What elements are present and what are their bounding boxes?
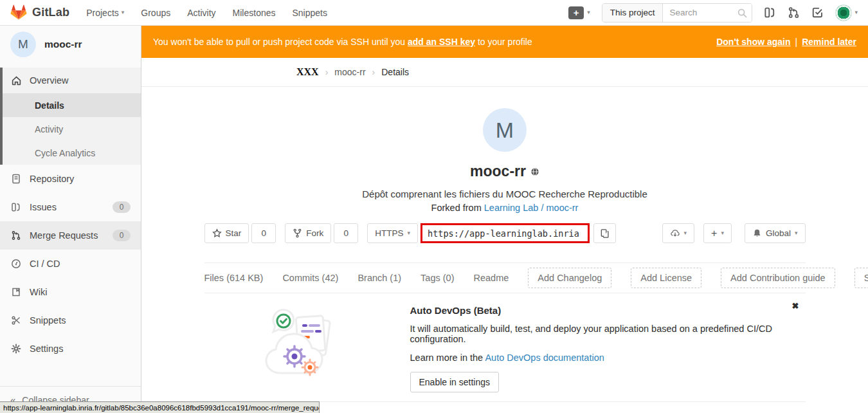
gear-icon <box>10 344 22 354</box>
user-menu[interactable]: ▾ <box>835 5 858 21</box>
sidebar-item-merge-requests[interactable]: Merge Requests 0 <box>0 221 141 250</box>
public-globe-icon <box>530 167 539 176</box>
forked-from-link[interactable]: Learning Lab / mooc-rr <box>484 203 579 213</box>
clone-protocol-dropdown[interactable]: HTTPS ▾ <box>367 223 418 243</box>
auto-devops-doc-link[interactable]: Auto DevOps documentation <box>485 353 604 363</box>
sidebar-project-header[interactable]: M mooc-rr <box>0 26 141 62</box>
gitlab-project-page: GitLab Projects▾ Groups Activity Milesto… <box>0 0 868 413</box>
copy-url-button[interactable] <box>593 223 616 243</box>
sidebar-item-activity[interactable]: Activity <box>0 117 141 141</box>
sidebar-item-label: Snippets <box>30 315 66 326</box>
breadcrumb-page[interactable]: Details <box>381 67 409 77</box>
book-icon <box>10 287 22 297</box>
sidebar-item-settings[interactable]: Settings <box>0 335 141 363</box>
nav-groups[interactable]: Groups <box>141 8 170 18</box>
chevron-down-icon: ▾ <box>854 10 858 15</box>
forked-from-line: Forked from Learning Lab / mooc-rr <box>204 203 806 213</box>
clone-url-input[interactable] <box>420 223 590 243</box>
sidebar-item-overview[interactable]: Overview <box>0 68 141 93</box>
scissors-icon <box>10 315 22 326</box>
navbar-right: + ▾ This project <box>568 3 858 23</box>
sidebar-item-label: Settings <box>30 344 63 354</box>
nav-milestones[interactable]: Milestones <box>233 8 276 18</box>
auto-devops-learn-more: Learn more in the Auto DevOps documentat… <box>410 353 806 363</box>
main-nav: Projects▾ Groups Activity Milestones Sni… <box>86 8 327 18</box>
star-icon <box>212 228 222 238</box>
sidebar-item-cycle-analytics[interactable]: Cycle Analytics <box>0 141 141 165</box>
sidebar-item-issues[interactable]: Issues 0 <box>0 193 141 221</box>
auto-devops-illustration-icon <box>261 301 346 380</box>
tab-branches[interactable]: Branch (1) <box>357 273 401 283</box>
setup-ci-cd-button[interactable]: Set up CI/CD <box>854 268 868 288</box>
sidebar-item-wiki[interactable]: Wiki <box>0 278 141 306</box>
home-icon <box>10 75 22 86</box>
gitlab-logo[interactable]: GitLab <box>10 5 69 21</box>
add-contribution-guide-button[interactable]: Add Contribution guide <box>721 268 835 288</box>
tab-tags[interactable]: Tags (0) <box>420 273 454 283</box>
new-dropdown-button[interactable]: + ▾ <box>568 6 590 19</box>
todos-icon[interactable] <box>811 6 824 19</box>
nav-projects[interactable]: Projects▾ <box>86 8 124 18</box>
status-bar: https://app-learninglab.inria.fr/gitlab/… <box>0 401 320 413</box>
breadcrumb-group[interactable]: XXX <box>296 66 319 78</box>
merge-requests-count-badge: 0 <box>113 230 131 241</box>
chevron-down-icon: ▾ <box>408 230 411 236</box>
remind-later-link[interactable]: Remind later <box>802 37 856 47</box>
status-url: https://app-learninglab.inria.fr/gitlab/… <box>3 404 320 412</box>
ssh-warning-text: You won't be able to pull or push projec… <box>153 37 532 47</box>
sidebar-nav: Repository Issues 0 Merge Requests 0 <box>0 165 141 363</box>
create-new-dropdown[interactable]: + ▾ <box>703 223 732 243</box>
breadcrumb-separator: › <box>325 67 329 77</box>
plus-icon: + <box>711 228 717 239</box>
search-icon <box>737 8 748 19</box>
chevron-down-icon: ▾ <box>122 10 125 15</box>
sidebar-overview-group: Overview Details Activity Cycle Analytic… <box>0 68 141 165</box>
close-icon[interactable]: ✖ <box>792 301 799 311</box>
tab-readme[interactable]: Readme <box>473 273 509 283</box>
banner-actions: Don't show again | Remind later <box>716 37 856 47</box>
download-dropdown[interactable]: ▾ <box>662 223 695 243</box>
ssh-warning-banner: You won't be able to pull or push projec… <box>141 26 868 58</box>
main-content: M mooc-rr Dépôt comprenant les fichiers … <box>141 87 868 413</box>
sidebar-item-snippets[interactable]: Snippets <box>0 306 141 335</box>
merge-request-icon <box>10 230 22 241</box>
project-avatar: M <box>483 108 527 152</box>
auto-devops-title: Auto DevOps (Beta) <box>410 305 806 316</box>
star-button[interactable]: Star <box>204 223 249 243</box>
breadcrumb-project[interactable]: mooc-rr <box>334 67 365 77</box>
issues-count-badge: 0 <box>113 201 131 213</box>
sidebar-item-repository[interactable]: Repository <box>0 165 141 193</box>
nav-snippets[interactable]: Snippets <box>293 8 327 18</box>
plus-icon: + <box>568 6 584 19</box>
gitlab-wordmark: GitLab <box>32 6 69 19</box>
merge-requests-icon[interactable] <box>788 6 800 19</box>
add-ssh-key-link[interactable]: add an SSH key <box>408 37 475 47</box>
fork-count[interactable]: 0 <box>334 223 358 243</box>
project-title: mooc-rr <box>470 163 526 180</box>
add-license-button[interactable]: Add License <box>631 268 701 288</box>
search-field <box>663 4 752 22</box>
document-icon <box>10 174 22 184</box>
search-scope-label[interactable]: This project <box>602 4 664 22</box>
star-count[interactable]: 0 <box>251 223 276 243</box>
dont-show-again-link[interactable]: Don't show again <box>716 37 790 47</box>
clipboard-icon <box>600 228 610 239</box>
gauge-icon <box>10 259 22 269</box>
chevron-down-icon: ▾ <box>684 230 687 236</box>
add-changelog-button[interactable]: Add Changelog <box>528 268 611 288</box>
chevron-down-icon: ▾ <box>795 230 798 236</box>
sidebar-item-label: Wiki <box>30 287 47 297</box>
sidebar-item-ci-cd[interactable]: CI / CD <box>0 250 141 278</box>
enable-in-settings-button[interactable]: Enable in settings <box>410 372 500 392</box>
gitlab-tanuki-icon <box>10 5 27 21</box>
tab-files[interactable]: Files (614 KB) <box>204 273 264 283</box>
issues-dashboard-icon[interactable] <box>764 6 776 19</box>
user-avatar <box>835 5 852 21</box>
notification-dropdown[interactable]: Global ▾ <box>745 223 806 243</box>
breadcrumb: XXX › mooc-rr › Details <box>141 58 868 87</box>
fork-button[interactable]: Fork <box>285 223 331 243</box>
nav-activity[interactable]: Activity <box>187 8 215 18</box>
top-navbar: GitLab Projects▾ Groups Activity Milesto… <box>0 0 868 26</box>
tab-commits[interactable]: Commits (42) <box>282 273 338 283</box>
sidebar-item-details[interactable]: Details <box>0 93 141 117</box>
